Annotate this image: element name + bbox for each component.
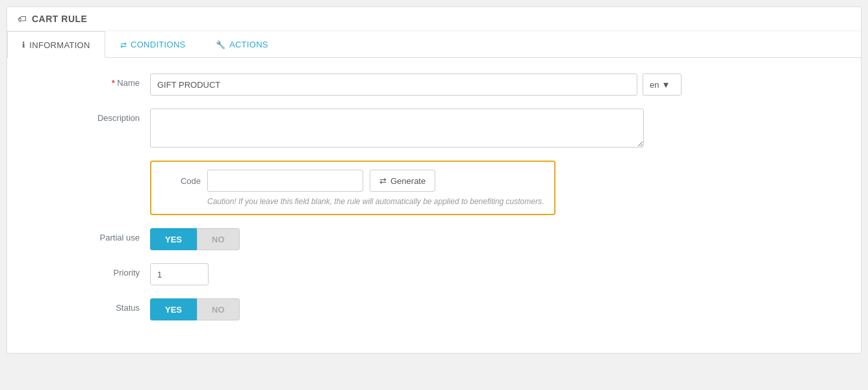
priority-label: Priority (20, 263, 150, 278)
code-section: Code ⇄ Generate Caution! If you leave th… (150, 161, 555, 215)
code-row: Code ⇄ Generate Caution! If you leave th… (20, 161, 848, 215)
tab-information[interactable]: ℹ INFORMATION (7, 31, 105, 58)
tab-conditions[interactable]: ⇄ CONDITIONS (105, 31, 201, 57)
status-row: Status YES NO (20, 298, 848, 320)
tabs-bar: ℹ INFORMATION ⇄ CONDITIONS 🔧 ACTIONS (7, 31, 861, 58)
page-header: 🏷 CART RULE (7, 7, 861, 31)
priority-input[interactable] (150, 263, 209, 285)
conditions-icon: ⇄ (120, 40, 127, 49)
page-wrapper: 🏷 CART RULE ℹ INFORMATION ⇄ CONDITIONS 🔧… (6, 6, 862, 354)
description-textarea[interactable] (150, 109, 644, 148)
code-inner-row: Code ⇄ Generate (162, 170, 544, 192)
status-no-button[interactable]: NO (197, 298, 240, 320)
name-input[interactable] (150, 73, 637, 96)
code-label: Code (162, 176, 201, 186)
status-label: Status (20, 298, 150, 313)
caution-text: Caution! If you leave this field blank, … (207, 197, 544, 206)
information-icon: ℹ (22, 40, 25, 49)
status-toggle-group: YES NO (150, 298, 240, 320)
code-input[interactable] (207, 170, 363, 192)
partial-use-toggle-group: YES NO (150, 228, 240, 250)
cart-rule-icon: 🏷 (18, 14, 27, 24)
partial-use-no-button[interactable]: NO (197, 228, 240, 250)
priority-row: Priority (20, 263, 848, 285)
lang-chevron-icon: ▼ (661, 80, 670, 90)
description-row: Description (20, 109, 848, 148)
partial-use-label: Partial use (20, 228, 150, 242)
partial-use-row: Partial use YES NO (20, 228, 848, 250)
status-yes-button[interactable]: YES (150, 298, 197, 320)
actions-icon: 🔧 (216, 40, 225, 49)
description-label: Description (20, 109, 150, 123)
page-title: CART RULE (32, 14, 87, 24)
generate-button[interactable]: ⇄ Generate (370, 170, 435, 192)
partial-use-control-wrap: YES NO (150, 228, 848, 250)
partial-use-yes-button[interactable]: YES (150, 228, 197, 250)
description-control-wrap (150, 109, 848, 148)
name-control-wrap: en ▼ (150, 73, 848, 96)
tab-information-label: INFORMATION (29, 40, 90, 50)
lang-dropdown[interactable]: en ▼ (643, 73, 682, 96)
form-area: Name en ▼ Description Code (7, 58, 861, 353)
generate-label: Generate (390, 176, 426, 186)
name-label: Name (20, 73, 150, 88)
status-control-wrap: YES NO (150, 298, 848, 320)
lang-value: en (650, 80, 659, 90)
tab-conditions-label: CONDITIONS (131, 40, 186, 49)
code-control-wrap: Code ⇄ Generate Caution! If you leave th… (150, 161, 848, 215)
priority-control-wrap (150, 263, 848, 285)
tab-actions[interactable]: 🔧 ACTIONS (201, 31, 283, 57)
tab-actions-label: ACTIONS (229, 40, 268, 49)
generate-shuffle-icon: ⇄ (379, 176, 387, 186)
code-label-spacer (20, 161, 150, 165)
name-row: Name en ▼ (20, 73, 848, 96)
